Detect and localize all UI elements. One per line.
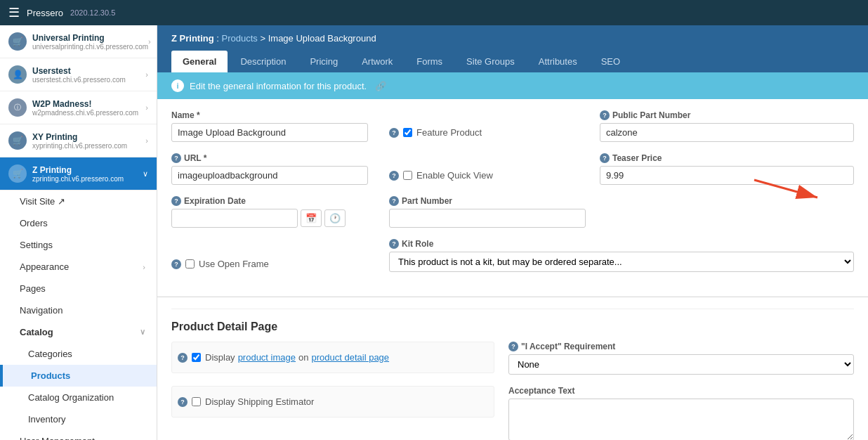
display-shipping-checkbox[interactable]	[192, 397, 201, 406]
use-open-frame-checkbox[interactable]	[185, 259, 195, 268]
expiration-date-help-icon[interactable]: ?	[171, 196, 181, 206]
tab-artwork[interactable]: Artwork	[350, 51, 404, 72]
chevron-down-icon: ∨	[143, 169, 148, 179]
sidebar-item-visit-site[interactable]: Visit Site ↗	[0, 190, 157, 212]
display-image-checkbox[interactable]	[192, 353, 201, 362]
accept-requirement-label: ? "I Accept" Requirement	[508, 342, 854, 351]
name-input[interactable]	[171, 123, 368, 142]
acceptance-text-input[interactable]	[508, 399, 854, 440]
tab-description[interactable]: Description	[229, 51, 297, 72]
url-help-icon[interactable]: ?	[171, 153, 181, 163]
feature-product-checkbox[interactable]	[403, 128, 412, 137]
account-name: Z Printing	[32, 165, 143, 175]
teaser-price-help-icon[interactable]: ?	[600, 153, 610, 163]
form-group-url: ? URL *	[171, 153, 375, 185]
display-image-help-icon[interactable]: ?	[178, 353, 188, 363]
form-row-2: ? URL * ? Enable Quick View	[171, 153, 854, 185]
display-image-group: ? Display product image on product detai…	[178, 348, 488, 367]
display-shipping-label: Display Shipping Estimator	[205, 396, 314, 407]
form-group-part-number: ? Part Number	[389, 196, 586, 228]
sidebar-account-w2pmadness[interactable]: ⓘ W2P Madness! w2pmadness.chi.v6.presser…	[0, 91, 157, 124]
form-group-display-image: ? Display product image on product detai…	[171, 342, 494, 373]
app-version: 2020.12.30.5	[70, 8, 115, 17]
url-input[interactable]	[171, 166, 368, 185]
sidebar-item-categories[interactable]: Categories	[0, 343, 157, 365]
sidebar-account-xyprinting[interactable]: 🛒 XY Printing xyprinting.chi.v6.pressero…	[0, 124, 157, 157]
form-section-main: Name * ? Feature Product	[157, 99, 868, 296]
form-group-public-part-number: ? Public Part Number	[600, 110, 854, 142]
account-name: Universal Printing	[32, 33, 148, 43]
sidebar-item-catalog-org[interactable]: Catalog Organization	[0, 387, 157, 408]
tab-forms[interactable]: Forms	[405, 51, 454, 72]
sidebar-item-appearance[interactable]: Appearance ›	[0, 256, 157, 278]
account-url: userstest.chi.v6.pressero.com	[32, 76, 145, 84]
use-open-frame-group: ? Use Open Frame	[171, 254, 375, 273]
hamburger-icon[interactable]: ☰	[8, 5, 20, 20]
sidebar-item-products[interactable]: Products	[0, 365, 157, 387]
accept-requirement-select[interactable]: None	[508, 354, 854, 375]
info-banner-text: Edit the general information for this pr…	[190, 81, 367, 91]
breadcrumb-section[interactable]: Products	[222, 33, 258, 44]
kit-role-select[interactable]: This product is not a kit, but may be or…	[389, 252, 854, 272]
account-url: xyprinting.chi.v6.pressero.com	[32, 142, 145, 150]
account-url: zprinting.chi.v6.pressero.com	[32, 175, 143, 183]
sidebar-account-zprinting[interactable]: 🛒 Z Printing zprinting.chi.v6.pressero.c…	[0, 157, 157, 190]
tab-site-groups[interactable]: Site Groups	[455, 51, 526, 72]
part-number-input[interactable]	[389, 209, 586, 228]
teaser-price-input[interactable]	[600, 166, 854, 185]
sidebar-item-inventory[interactable]: Inventory	[0, 408, 157, 430]
part-number-help-icon[interactable]: ?	[389, 196, 399, 206]
calendar-icon-button[interactable]: 📅	[301, 209, 322, 227]
public-part-number-input[interactable]	[600, 123, 854, 142]
sidebar-item-navigation[interactable]: Navigation	[0, 299, 157, 321]
form-group-name: Name *	[171, 110, 375, 142]
account-icon: 🛒	[8, 131, 27, 150]
kit-role-help-icon[interactable]: ?	[389, 239, 399, 249]
sidebar-item-settings[interactable]: Settings	[0, 234, 157, 256]
chevron-right-icon: ›	[148, 37, 151, 46]
clock-icon-button[interactable]: 🕐	[324, 209, 346, 227]
form-group-kit-role: ? Kit Role This product is not a kit, bu…	[389, 239, 854, 272]
chevron-right-icon: ›	[145, 70, 148, 79]
expiration-date-input[interactable]	[171, 209, 298, 228]
sidebar-item-pages[interactable]: Pages	[0, 278, 157, 299]
sidebar-item-user-management[interactable]: User Management ›	[0, 430, 157, 440]
account-icon: ⓘ	[8, 98, 27, 117]
name-label: Name *	[171, 110, 375, 120]
display-shipping-help-icon[interactable]: ?	[178, 397, 188, 407]
info-link-icon: 🔗	[375, 81, 386, 91]
account-name: XY Printing	[32, 132, 145, 142]
sidebar-item-orders[interactable]: Orders	[0, 212, 157, 234]
display-image-label: Display product image on product detail …	[205, 352, 389, 363]
form-row-1: Name * ? Feature Product	[171, 110, 854, 142]
account-name: W2P Madness!	[32, 99, 145, 109]
use-open-frame-help-icon[interactable]: ?	[171, 259, 181, 269]
sidebar-item-catalog[interactable]: Catalog ∨	[0, 321, 157, 343]
breadcrumb-site: Z Printing	[171, 33, 214, 44]
app-name: Pressero	[27, 8, 63, 18]
form-row-4: ? Use Open Frame ? Kit Role This product…	[171, 239, 854, 273]
display-shipping-group: ? Display Shipping Estimator	[178, 392, 488, 411]
use-open-frame-label: Use Open Frame	[199, 259, 269, 269]
public-part-help-icon[interactable]: ?	[600, 110, 610, 120]
enable-quick-view-help-icon[interactable]: ?	[389, 171, 399, 181]
account-name: Userstest	[32, 66, 145, 76]
feature-product-help-icon[interactable]: ?	[389, 128, 399, 138]
enable-quick-view-checkbox[interactable]	[403, 171, 412, 180]
accept-req-help-icon[interactable]: ?	[508, 342, 518, 351]
sidebar-account-universal[interactable]: 🛒 Universal Printing universalprinting.c…	[0, 25, 157, 58]
form-group-display-shipping: ? Display Shipping Estimator	[171, 386, 494, 418]
sidebar-account-userstest[interactable]: 👤 Userstest userstest.chi.v6.pressero.co…	[0, 58, 157, 91]
tab-attributes[interactable]: Attributes	[527, 51, 588, 72]
tab-seo[interactable]: SEO	[590, 51, 631, 72]
breadcrumb: Z Printing : Products > Image Upload Bac…	[171, 33, 376, 44]
form-group-acceptance-text: Acceptance Text	[508, 386, 854, 440]
tab-general[interactable]: General	[171, 51, 228, 72]
top-header: ☰ Pressero 2020.12.30.5	[0, 0, 868, 25]
info-banner: i Edit the general information for this …	[157, 72, 868, 99]
form-row-3: ? Expiration Date 📅 🕐 ? Part	[171, 196, 854, 228]
chevron-down-icon: ∨	[140, 328, 145, 337]
teaser-price-label: ? Teaser Price	[600, 153, 854, 163]
account-url: universalprinting.chi.v6.pressero.com	[32, 43, 148, 51]
tab-pricing[interactable]: Pricing	[298, 51, 349, 72]
